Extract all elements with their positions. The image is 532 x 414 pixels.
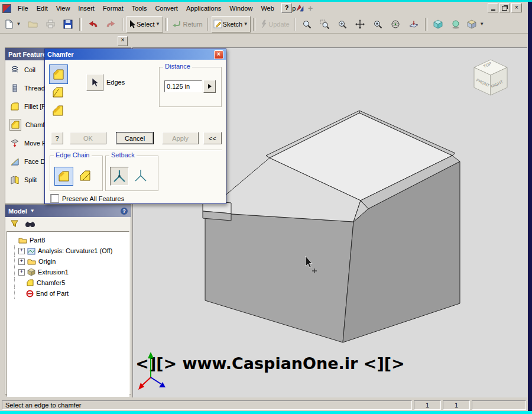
update-bolt-icon — [259, 20, 267, 28]
menu-edit[interactable]: Edit — [33, 3, 52, 14]
tree-label: End of Part — [36, 290, 69, 297]
select-dropdown-arrow[interactable]: ▼ — [155, 17, 161, 31]
screen-border-top — [0, 0, 532, 2]
chamfer-icon — [9, 119, 21, 131]
app-icon — [2, 4, 11, 13]
menu-format[interactable]: Format — [99, 3, 128, 14]
zoom-all-icon — [302, 20, 312, 29]
display-dropdown-arrow[interactable]: ▼ — [479, 17, 485, 31]
minimize-button[interactable] — [488, 3, 498, 12]
model-panel-header[interactable]: Model ▼ ? — [5, 205, 131, 217]
expander-icon[interactable]: + — [18, 269, 25, 276]
preserve-features-checkbox[interactable] — [51, 195, 59, 202]
statusbar: Select an edge to chamfer 1 1 — [0, 400, 528, 410]
zoom-selected-button[interactable] — [369, 17, 387, 32]
dialog-close-button[interactable]: × — [214, 50, 223, 59]
menu-applications[interactable]: Applications — [182, 3, 225, 14]
select-button[interactable]: Select ▼ — [126, 16, 163, 33]
find-binoculars-icon[interactable] — [25, 220, 35, 228]
sketch-pencil-icon — [213, 20, 223, 29]
edge-chain-off-button[interactable] — [76, 167, 94, 185]
new-document-button[interactable]: ▼ — [2, 17, 24, 32]
tree-item-part8[interactable]: Part8 — [7, 235, 129, 245]
setback-on-button[interactable] — [110, 167, 129, 186]
pan-button[interactable] — [352, 17, 369, 32]
analysis-icon — [27, 247, 35, 255]
preserve-features-row[interactable]: Preserve All Features — [51, 195, 124, 202]
setback-off-button[interactable] — [132, 167, 150, 185]
component-display-button[interactable]: ▼ — [465, 17, 487, 32]
tree-label: Part8 — [30, 237, 45, 244]
zoom-all-button[interactable] — [299, 17, 316, 32]
redo-arrow-icon — [106, 20, 116, 28]
preserve-features-label: Preserve All Features — [62, 195, 124, 202]
edge-chain-on-button[interactable] — [54, 167, 73, 186]
chamfer-dialog-title: Chamfer — [47, 51, 74, 58]
tree-item-chamfer5[interactable]: Chamfer5 — [14, 277, 129, 288]
chamfer-method-distance-button[interactable] — [49, 64, 68, 84]
context-help-button[interactable]: ? — [281, 3, 292, 13]
shadow-display-button[interactable] — [447, 17, 465, 32]
menu-tools[interactable]: Tools — [128, 3, 151, 14]
zoom-window-icon — [320, 20, 330, 29]
menu-web[interactable]: Web — [257, 3, 278, 14]
ok-button[interactable]: OK — [70, 132, 106, 144]
close-button[interactable]: × — [511, 3, 522, 12]
menu-convert[interactable]: Convert — [151, 3, 182, 14]
zoom-in-button[interactable] — [334, 17, 352, 32]
expander-icon[interactable]: + — [18, 248, 25, 254]
filter-icon[interactable] — [10, 219, 19, 228]
distance-group: Distance — [159, 67, 222, 107]
zoom-in-icon — [338, 20, 348, 29]
feature-label: Thread — [24, 85, 45, 92]
orbit-button[interactable] — [387, 17, 405, 32]
edges-select-button[interactable] — [86, 74, 103, 91]
tree-item-extrusion1[interactable]: + Extrusion1 — [14, 267, 129, 277]
return-button[interactable]: Return — [170, 17, 205, 32]
selection-priority-icon[interactable] — [296, 4, 304, 12]
menubar: File Edit View Insert Format Tools Conve… — [0, 2, 528, 15]
tree-item-origin[interactable]: + Origin — [14, 256, 129, 267]
setback-on-icon — [112, 169, 126, 183]
display-mode-button[interactable] — [430, 17, 447, 32]
panel-close-button[interactable]: × — [118, 36, 128, 46]
distance-input[interactable] — [164, 80, 202, 92]
panel-help-icon[interactable]: ? — [121, 208, 128, 215]
expander-icon[interactable]: + — [18, 258, 25, 265]
sketch-dropdown-arrow[interactable]: ▼ — [242, 17, 249, 31]
chamfer-method-two-distances-button[interactable] — [49, 101, 67, 119]
menu-file[interactable]: File — [14, 3, 33, 14]
new-dropdown-arrow[interactable]: ▼ — [15, 17, 22, 31]
save-button[interactable] — [59, 17, 77, 32]
part-features-title: Part Features — [8, 51, 50, 58]
distance-flyout-button[interactable] — [203, 80, 216, 93]
menu-insert[interactable]: Insert — [74, 3, 99, 14]
model-panel-caret-icon[interactable]: ▼ — [30, 208, 35, 214]
chamfer-method-distance-angle-button[interactable] — [49, 83, 67, 101]
update-button[interactable]: Update — [258, 17, 291, 32]
model-browser-tree: Part8 + Analysis: Curvature1 (Off) + Ori… — [7, 231, 129, 397]
tree-item-analysis[interactable]: + Analysis: Curvature1 (Off) — [14, 245, 129, 256]
move-face-icon — [9, 138, 20, 148]
chamfer-dialog-titlebar[interactable]: Chamfer × — [45, 49, 226, 60]
sketch-button[interactable]: Sketch ▼ — [212, 16, 251, 33]
tree-label: Extrusion1 — [38, 269, 69, 276]
redo-button[interactable] — [102, 17, 119, 32]
restore-button[interactable] — [499, 3, 510, 12]
look-at-button[interactable] — [405, 17, 423, 32]
apply-button[interactable]: Apply — [162, 132, 199, 144]
zoom-window-button[interactable] — [316, 17, 334, 32]
tree-item-end-of-part[interactable]: End of Part — [14, 288, 129, 299]
undo-button[interactable] — [84, 17, 102, 32]
cancel-button[interactable]: Cancel — [116, 132, 154, 144]
open-button[interactable] — [24, 17, 41, 32]
select-cursor-icon — [128, 20, 137, 28]
menu-window[interactable]: Window — [225, 3, 257, 14]
dialog-help-button[interactable]: ? — [51, 132, 63, 144]
shadow-sphere-icon — [451, 20, 461, 29]
face-draft-icon — [9, 156, 20, 167]
add-button-disabled: + — [308, 4, 313, 13]
collapse-dialog-button[interactable]: << — [203, 132, 222, 144]
print-button[interactable] — [41, 17, 59, 32]
menu-view[interactable]: View — [52, 3, 74, 14]
